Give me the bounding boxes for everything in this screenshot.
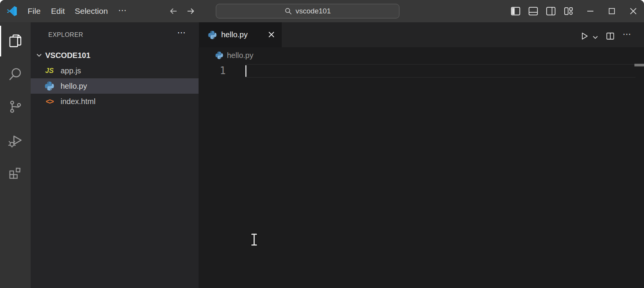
html-icon: <> bbox=[44, 97, 54, 106]
vscode-window: File Edit Selection ⋯ vscode101 bbox=[0, 0, 644, 288]
split-editor-icon[interactable] bbox=[606, 31, 615, 41]
file-row-hellopy[interactable]: hello.py bbox=[31, 78, 199, 94]
activitybar-search[interactable] bbox=[0, 58, 31, 90]
explorer-files-icon bbox=[8, 33, 23, 48]
back-arrow-icon[interactable] bbox=[169, 7, 178, 16]
search-view-icon bbox=[8, 67, 23, 81]
python-icon bbox=[208, 31, 217, 39]
extensions-icon bbox=[8, 166, 23, 180]
run-button-icon[interactable] bbox=[580, 31, 589, 41]
main-area: EXPLORER ⋯ VSCODE101 JS app.js bbox=[0, 22, 644, 288]
explorer-title: EXPLORER bbox=[48, 31, 83, 38]
customize-layout-icon[interactable] bbox=[564, 6, 573, 16]
search-icon bbox=[284, 7, 292, 15]
tab-label: hello.py bbox=[221, 30, 248, 39]
toggle-panel-icon[interactable] bbox=[528, 6, 538, 16]
minimize-button-icon[interactable] bbox=[585, 6, 595, 16]
file-row-appjs[interactable]: JS app.js bbox=[31, 63, 199, 78]
activitybar-run-debug[interactable] bbox=[0, 125, 31, 157]
titlebar: File Edit Selection ⋯ vscode101 bbox=[0, 0, 644, 23]
activity-bar bbox=[0, 22, 31, 288]
python-icon bbox=[215, 51, 223, 59]
source-control-icon bbox=[8, 99, 23, 114]
vscode-logo-icon bbox=[7, 6, 17, 17]
forward-arrow-icon[interactable] bbox=[186, 7, 196, 16]
breadcrumb-file: hello.py bbox=[227, 51, 253, 60]
tab-close-icon[interactable] bbox=[267, 30, 276, 39]
activitybar-source-control[interactable] bbox=[0, 91, 31, 123]
python-icon bbox=[44, 81, 54, 91]
code-area[interactable]: 1 bbox=[199, 63, 644, 288]
tab-bar: hello.py ⋯ bbox=[199, 22, 644, 47]
editor-more-button[interactable]: ⋯ bbox=[623, 29, 632, 39]
folder-row-vscode101[interactable]: VSCODE101 bbox=[31, 48, 199, 63]
run-debug-icon bbox=[8, 133, 23, 149]
line-number: 1 bbox=[199, 65, 226, 77]
toggle-secondary-sidebar-icon[interactable] bbox=[546, 6, 556, 16]
breadcrumb[interactable]: hello.py bbox=[199, 47, 644, 63]
text-caret bbox=[245, 65, 246, 77]
javascript-icon: JS bbox=[44, 67, 54, 75]
editor-group: hello.py ⋯ bbox=[199, 22, 644, 288]
tab-hellopy[interactable]: hello.py bbox=[199, 22, 282, 47]
search-value: vscode101 bbox=[296, 7, 331, 15]
menu-selection[interactable]: Selection bbox=[72, 0, 110, 22]
file-name: app.js bbox=[61, 66, 81, 75]
screen: File Edit Selection ⋯ vscode101 bbox=[0, 0, 644, 288]
folder-name: VSCODE101 bbox=[45, 51, 90, 60]
menu-more-button[interactable]: ⋯ bbox=[118, 0, 127, 22]
menu-edit[interactable]: Edit bbox=[49, 0, 67, 22]
close-window-icon[interactable] bbox=[628, 6, 638, 16]
menu-file[interactable]: File bbox=[25, 0, 43, 22]
chevron-down-icon bbox=[35, 51, 43, 59]
maximize-button-icon[interactable] bbox=[607, 6, 617, 16]
overview-ruler-cursor-mark bbox=[634, 64, 644, 66]
file-name: hello.py bbox=[61, 82, 87, 91]
explorer-more-button[interactable]: ⋯ bbox=[177, 28, 187, 38]
activitybar-extensions[interactable] bbox=[0, 157, 31, 189]
activitybar-explorer[interactable] bbox=[0, 25, 31, 57]
explorer-sidebar: EXPLORER ⋯ VSCODE101 JS app.js bbox=[31, 22, 199, 288]
toggle-primary-sidebar-icon[interactable] bbox=[511, 6, 521, 16]
command-center-search[interactable]: vscode101 bbox=[216, 4, 399, 18]
file-row-indexhtml[interactable]: <> index.html bbox=[31, 94, 199, 109]
current-line-highlight bbox=[245, 64, 636, 78]
run-dropdown-chevron-icon[interactable] bbox=[592, 34, 599, 41]
file-name: index.html bbox=[61, 97, 95, 106]
ibeam-mouse-cursor bbox=[250, 233, 258, 246]
